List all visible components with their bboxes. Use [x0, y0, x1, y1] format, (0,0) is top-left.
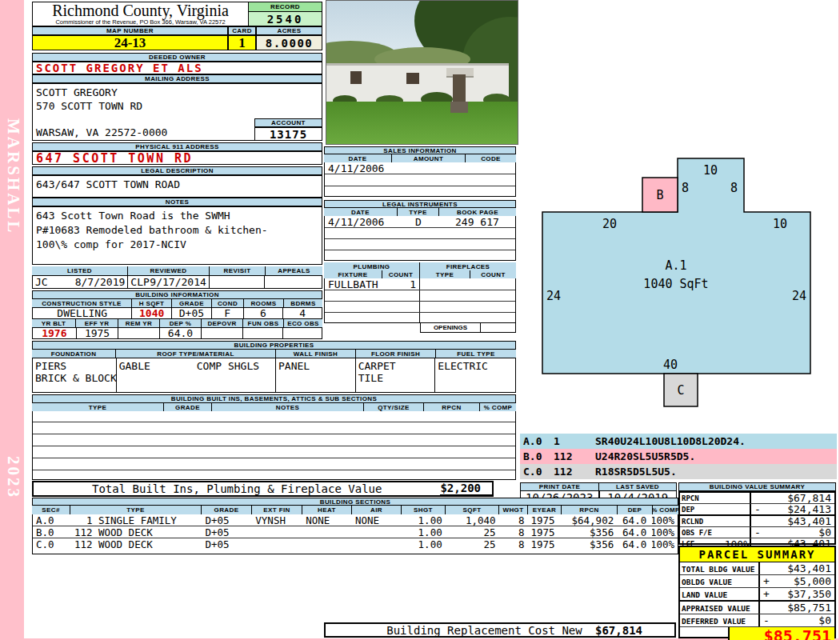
legend-b-mult: 112 [554, 450, 595, 462]
property-photo [326, 0, 518, 145]
county-title-box: Richmond County, Virginia Commissioner o… [32, 2, 249, 26]
remyr-value [118, 328, 160, 338]
ps-totalbldg-label: TOTAL BLDG VALUE [680, 562, 760, 574]
openings-value [481, 323, 516, 333]
bs-a-sec: A.0 [33, 514, 71, 526]
bvs-dep-value: $24,413 [761, 504, 834, 514]
plumbing-fireplaces-cols: FIXTURE COUNT TYPE COUNT [324, 270, 516, 278]
acres-header: ACRES [256, 26, 322, 35]
photo-door [453, 74, 466, 102]
bvs-dep-sign: - [751, 504, 761, 514]
roof-value: GABLECOMP SHGLS [117, 358, 276, 392]
funobs-header: FUN OBS [243, 319, 284, 327]
bs-a-grade: D+05 [202, 514, 252, 526]
depovr-value [202, 328, 243, 338]
bvs-row-rpcn: RPCN $67,814 [680, 493, 834, 504]
bs-c-eyear: 1975 [527, 538, 561, 550]
last-saved-header: LAST SAVED [598, 482, 677, 491]
fireplace-count-header: COUNT [470, 270, 516, 278]
building-value-summary-table: RPCN $67,814 DEP - $24,413 RCLND $43,401… [678, 491, 836, 545]
bvs-rclnd-label: RCLND [680, 516, 751, 526]
fireplace-row-1 [420, 278, 515, 290]
bs-b-dep: 64.0 [617, 526, 652, 538]
sales-row-2 [325, 174, 515, 186]
print-saved-headers: PRINT DATE LAST SAVED [520, 482, 677, 491]
style-header: CONSTRUCTION STYLE [32, 299, 132, 307]
legal-instruments-header: LEGAL INSTRUMENTS [324, 200, 516, 208]
bs-grade-header: GRADE [202, 506, 252, 514]
ps-row-taxable: TAXABLE VALUE $85,751 [680, 627, 834, 640]
plumbing-header: PLUMBING [324, 262, 420, 270]
foundation-line-2: BRICK & BLOCK [35, 372, 117, 384]
physical-address-value: 647 SCOTT TOWN RD [32, 151, 322, 165]
grade-header: GRADE [172, 299, 212, 307]
bs-a-rpcn: $64,902 [561, 514, 617, 526]
bvs-row-obs: OBS F/E - $0 [680, 527, 834, 538]
li-type-header: TYPE [398, 208, 439, 216]
dim-top-left: 20 [602, 217, 617, 231]
ps-appraised-value: $85,751 [770, 602, 834, 614]
bs-b-sec: B.0 [33, 526, 71, 538]
ps-row-deferred: DEFERRED VALUE - $0 [680, 614, 834, 627]
notes-line-3: 100\% comp for 2017-NCIV [33, 236, 322, 250]
bs-a-extfin: VYNSH [252, 514, 302, 526]
legend-row-a: A.0 1 SR40U24L10U8L10D8L20D24. [520, 434, 837, 449]
ps-obldg-label: OBLDG VALUE [680, 575, 760, 587]
legal-instruments-cols: DATE TYPE BOOK PAGE [324, 208, 516, 216]
record-value: 2540 [248, 12, 322, 26]
style-value: DWELLING [33, 308, 132, 318]
bs-whgt-header: WHGT [499, 506, 528, 514]
bvs-rclnd-value: $43,401 [761, 516, 834, 526]
bs-c-type: 112 WOOD DECK [71, 538, 202, 550]
openings-row: OPENINGS [420, 323, 516, 333]
building-info-header: BUILDING INFORMATION [32, 290, 322, 299]
bs-b-rpcn: $356 [561, 526, 617, 538]
ps-deferred-label: DEFERRED VALUE [680, 614, 760, 626]
photo-window-1 [350, 71, 362, 84]
bvs-row-dep: DEP - $24,413 [680, 504, 834, 516]
fixture-value: FULLBATH [325, 278, 382, 290]
bs-extfin-header: EXT FIN [252, 506, 302, 514]
reviewed-cell: CLP9/17/2014 [128, 276, 209, 288]
ecoobs-header: ECO OBS [284, 319, 322, 327]
built-ins-empty-rows [32, 411, 516, 480]
roof-header: ROOF TYPE/MATERIAL [116, 350, 276, 358]
plumbing-rows: FULLBATH 1 [324, 278, 516, 323]
legal-description-header: LEGAL DESCRIPTION [32, 166, 322, 175]
legend-b-sec: B.0 [523, 450, 554, 462]
bdrms-header: BDRMS [284, 299, 322, 307]
fuel-header: FUEL TYPE [436, 350, 516, 358]
ps-appraised-sign [760, 602, 770, 614]
bs-b-comp: 100% [652, 526, 678, 538]
bs-rpcn-header: RPCN [562, 506, 618, 514]
bs-a-type: 1 SINGLE FAMILY [71, 514, 202, 526]
revisit-header: REVISIT [210, 266, 266, 275]
rooms-value: 6 [244, 308, 284, 318]
building-properties-header: BUILDING PROPERTIES [32, 341, 516, 350]
reviewed-by: CLP [130, 276, 149, 288]
bi-rpcn-header: RPCN [424, 403, 480, 411]
listed-cell: JC8/7/2019 [33, 276, 128, 288]
ps-totalbldg-value: $43,401 [770, 562, 834, 574]
review-value-row: JC8/7/2019 CLP9/17/2014 [32, 275, 322, 289]
depovr-header: DEPOVR [202, 319, 243, 327]
photo-window-2 [406, 73, 419, 84]
bs-b-heat [302, 526, 352, 538]
ps-row-appraised: APPRAISED VALUE $85,751 [680, 602, 834, 614]
sales-cols: DATE AMOUNT CODE [324, 154, 516, 162]
listed-by: JC [35, 276, 48, 288]
total-built-ins-label: Total Built Ins, Plumbing & Fireplace Va… [34, 482, 440, 495]
dim-bump-right: 8 [730, 181, 738, 195]
map-number-header: MAP NUMBER [32, 26, 228, 35]
hsqft-header: H SQFT [132, 299, 172, 307]
legend-row-c: C.0 112 R18SR5D5L5U5. [520, 464, 837, 479]
openings-label: OPENINGS [420, 323, 481, 333]
li-row-3 [325, 239, 515, 250]
bs-c-extfin [252, 538, 302, 550]
legend-a-sec: A.0 [523, 435, 554, 447]
physical-address-header: PHYSICAL 911 ADDRESS [32, 142, 322, 151]
roof-type-value: GABLE [119, 360, 150, 372]
replacement-cost-value: $67,814 [595, 624, 674, 637]
plumbing-row-1: FULLBATH 1 [325, 278, 515, 290]
grade-value: D+05 [172, 308, 212, 318]
